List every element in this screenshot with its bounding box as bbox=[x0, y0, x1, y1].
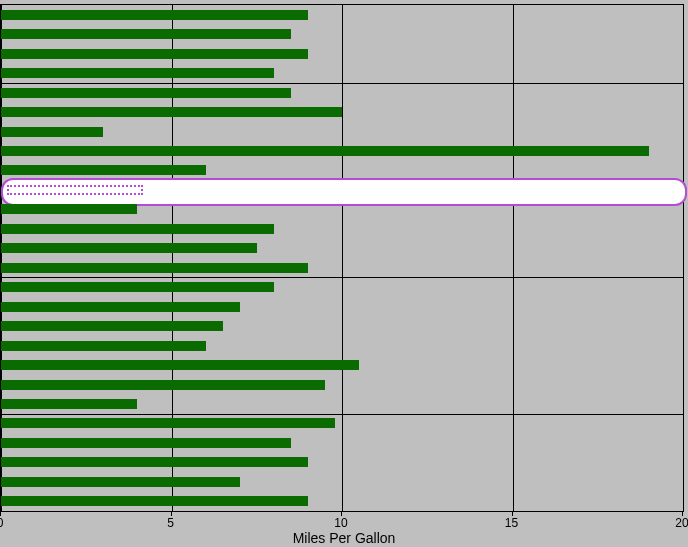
bar bbox=[1, 49, 308, 59]
bar bbox=[1, 263, 308, 273]
gridline-h bbox=[1, 414, 683, 415]
mpg-bar-chart: 05101520 Miles Per Gallon bbox=[0, 0, 688, 547]
bar bbox=[1, 321, 223, 331]
x-axis: 05101520 bbox=[0, 512, 684, 532]
highlight-dotted bbox=[7, 185, 143, 195]
bar bbox=[1, 127, 103, 137]
bar bbox=[1, 457, 308, 467]
bar bbox=[1, 399, 137, 409]
bar bbox=[1, 360, 359, 370]
y-tick bbox=[0, 414, 1, 415]
x-tick-label: 0 bbox=[0, 516, 3, 530]
plot-area bbox=[0, 4, 684, 512]
bar bbox=[1, 418, 335, 428]
bar bbox=[1, 165, 206, 175]
x-axis-label: Miles Per Gallon bbox=[0, 530, 688, 546]
bar bbox=[1, 477, 240, 487]
bar bbox=[1, 341, 206, 351]
gridline-v bbox=[172, 5, 173, 511]
bar bbox=[1, 282, 274, 292]
gridline-v bbox=[1, 5, 2, 511]
gridline-h bbox=[1, 277, 683, 278]
x-tick-label: 20 bbox=[675, 516, 688, 530]
y-tick bbox=[0, 277, 1, 278]
bar bbox=[1, 496, 308, 506]
gridline-v bbox=[683, 5, 684, 511]
bar bbox=[1, 224, 274, 234]
bar bbox=[1, 204, 137, 214]
bar bbox=[1, 146, 649, 156]
x-tick-label: 15 bbox=[505, 516, 518, 530]
bar bbox=[1, 29, 291, 39]
bar bbox=[1, 10, 308, 20]
x-tick-label: 5 bbox=[167, 516, 174, 530]
bar bbox=[1, 88, 291, 98]
x-tick-label: 10 bbox=[334, 516, 347, 530]
bar bbox=[1, 68, 274, 78]
bar bbox=[1, 302, 240, 312]
bar bbox=[1, 243, 257, 253]
bar bbox=[1, 107, 342, 117]
bar bbox=[1, 380, 325, 390]
y-tick bbox=[0, 83, 1, 84]
gridline-v bbox=[342, 5, 343, 511]
gridline-h bbox=[1, 83, 683, 84]
gridline-v bbox=[513, 5, 514, 511]
bar bbox=[1, 438, 291, 448]
